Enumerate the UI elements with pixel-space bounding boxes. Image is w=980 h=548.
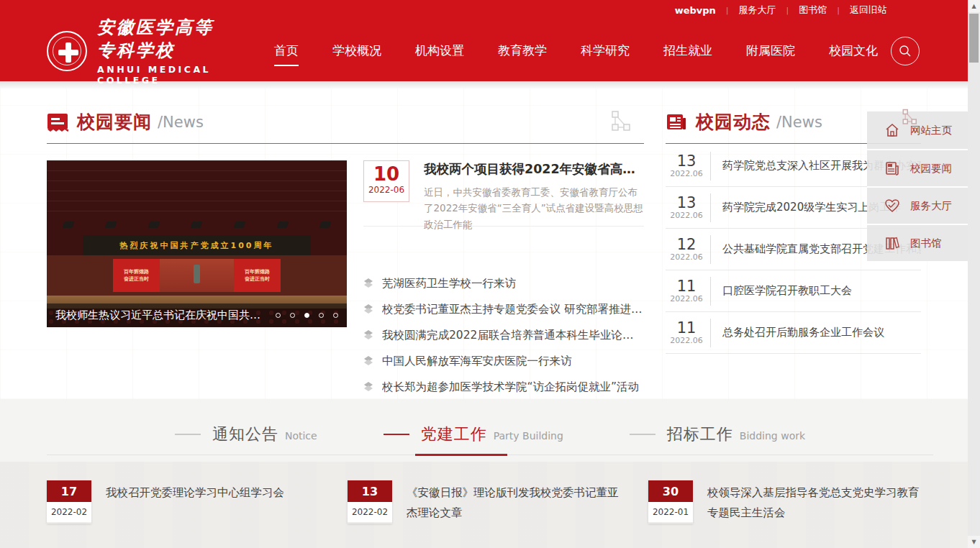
tab-dash [175, 434, 201, 435]
news-list-item[interactable]: 芜湖医药卫生学校一行来访 [363, 270, 644, 296]
topbar-link-webvpn[interactable]: webvpn [665, 5, 726, 16]
layers-bullet-icon [363, 330, 373, 340]
carousel-dot[interactable] [290, 313, 295, 318]
news-icon [884, 160, 900, 176]
newspaper-icon [666, 112, 687, 132]
nav-item-admissions[interactable]: 招生就业 [663, 42, 712, 59]
bottom-news-item[interactable]: 17 2022-02 我校召开党委理论学习中心组学习会 [47, 480, 327, 524]
node-triangle-deco-icon [899, 109, 917, 126]
divider [710, 152, 711, 181]
nav-item-research[interactable]: 科学研究 [581, 42, 630, 59]
photo-slogan-left: 百年辉煌路 奋进正当时 [113, 259, 160, 292]
section-title: 校园要闻 [77, 110, 152, 134]
search-button[interactable] [891, 37, 920, 65]
featured-summary: 近日，中共安徽省委教育工委、安徽省教育厅公布了2022年安徽省“三全育人”试点省… [424, 184, 644, 232]
school-names: 安徽医学高等专科学校 ANHUI MEDICAL COLLEGE [97, 16, 231, 86]
topbar-link-library[interactable]: 图书馆 [789, 4, 837, 17]
dynamics-item[interactable]: 11 2022.06 总务处召开后勤服务企业工作会议 [666, 312, 921, 354]
school-seal-icon [47, 31, 87, 71]
quick-link-home[interactable]: 网站主页 [867, 111, 968, 149]
carousel-dot-active[interactable] [304, 313, 309, 318]
scroll-down-arrow-icon[interactable]: ▼ [968, 536, 980, 548]
dynamics-date: 13 2022.06 [666, 195, 707, 220]
carousel-dots [276, 313, 338, 318]
scrollbar[interactable]: ▲ ▼ [968, 0, 980, 548]
topbar-link-service-hall[interactable]: 服务大厅 [729, 4, 786, 17]
news-list-item[interactable]: 我校圆满完成2022届联合培养普通本科生毕业论文“线上... [363, 322, 644, 348]
divider [710, 193, 711, 222]
bottom-news-item[interactable]: 30 2022-01 校领导深入基层指导各党总支党史学习教育专题民主生活会 [648, 480, 929, 524]
school-name-zh: 安徽医学高等专科学校 [97, 16, 231, 62]
layers-bullet-icon [363, 382, 373, 392]
node-triangle-deco-icon [607, 110, 631, 133]
campus-news-header: 校园要闻 /News [47, 110, 644, 144]
main-content: 校园要闻 /News [0, 88, 980, 399]
date-badge: 13 2022-02 [348, 480, 392, 524]
school-name-en: ANHUI MEDICAL COLLEGE [97, 64, 231, 86]
tab-notice[interactable]: 通知公告 Notice [175, 424, 317, 445]
carousel-dot[interactable] [319, 313, 324, 318]
news-carousel[interactable]: 热烈庆祝中国共产党成立100周年 百年辉煌路 奋进正当时 百年辉煌路 奋进正当时 [47, 160, 347, 327]
nav-item-organization[interactable]: 机构设置 [415, 42, 464, 59]
nav-item-campus-culture[interactable]: 校园文化 [829, 42, 878, 59]
news-list-item[interactable]: 中国人民解放军海军安庆医院一行来访 [363, 348, 644, 374]
nav-item-hospitals[interactable]: 附属医院 [746, 42, 795, 59]
section-subtitle: /News [776, 114, 822, 131]
featured-title[interactable]: 我校两个项目获得2022年安徽省高校“三... [424, 160, 644, 178]
bottom-news-row: 17 2022-02 我校召开党委理论学习中心组学习会 13 2022-02 《… [0, 480, 980, 524]
featured-news[interactable]: 10 2022-06 我校两个项目获得2022年安徽省高校“三... 近日，中共… [363, 160, 644, 227]
featured-date-box: 10 2022-06 [363, 160, 409, 202]
photo-screen: 百年辉煌路 奋进正当时 百年辉煌路 奋进正当时 [113, 259, 281, 292]
school-logo[interactable]: 安徽医学高等专科学校 ANHUI MEDICAL COLLEGE [47, 16, 231, 86]
photo-ceiling [47, 160, 347, 221]
layers-bullet-icon [363, 278, 373, 288]
page: ▲ ▼ webvpn | 服务大厅 | 图书馆 | 返回旧站 安徽医学高等专科学… [0, 0, 980, 548]
dynamics-item[interactable]: 11 2022.06 口腔医学院召开教职工大会 [666, 270, 921, 312]
divider [710, 277, 711, 306]
search-icon [898, 44, 912, 58]
carousel-dot[interactable] [276, 313, 281, 318]
campus-news-section: 校园要闻 /News [47, 110, 644, 399]
dynamics-date: 11 2022.06 [666, 320, 707, 345]
main-nav: 首页 学校概况 机构设置 教育教学 科学研究 招生就业 附属医院 校园文化 [274, 42, 878, 59]
nav-item-education[interactable]: 教育教学 [498, 42, 547, 59]
divider [710, 319, 711, 347]
carousel-caption[interactable]: 我校师生热议习近平总书记在庆祝中国共产党... [55, 309, 268, 322]
layers-bullet-icon [363, 356, 373, 366]
nav-item-overview[interactable]: 学校概况 [332, 42, 381, 59]
divider [710, 235, 711, 264]
dynamics-date: 13 2022.06 [666, 153, 707, 178]
photo-slogan-right: 百年辉煌路 奋进正当时 [234, 259, 281, 292]
heart-service-icon [884, 198, 900, 214]
featured-day: 10 [364, 163, 409, 185]
news-list-item[interactable]: 校党委书记董亚杰主持专题党委会议 研究部署推进乡村振... [363, 296, 644, 322]
photo-speaker-screen [160, 259, 234, 292]
scroll-up-arrow-icon[interactable]: ▲ [968, 0, 980, 12]
layers-bullet-icon [363, 304, 373, 314]
photo-led-banner: 热烈庆祝中国共产党成立100周年 [83, 235, 311, 255]
quick-link-campus-news[interactable]: 校园要闻 [867, 149, 968, 186]
photo-stage-lights [47, 217, 347, 232]
carousel-dot[interactable] [333, 313, 338, 318]
books-icon [884, 235, 900, 251]
topbar-link-old-site[interactable]: 返回旧站 [840, 4, 897, 17]
date-badge: 30 2022-01 [648, 480, 693, 524]
headline-list: 芜湖医药卫生学校一行来访 校党委书记董亚杰主持专题党委会议 研究部署推进乡村振.… [363, 270, 644, 400]
quick-access-panel: 网站主页 校园要闻 服务大厅 图书馆 [867, 111, 968, 261]
news-list-item[interactable]: 校长郑为超参加医学技术学院“访企拓岗促就业”活动 [363, 374, 644, 400]
quick-link-service-hall[interactable]: 服务大厅 [867, 186, 968, 224]
dynamics-date: 12 2022.06 [666, 237, 707, 262]
nav-item-home[interactable]: 首页 [274, 42, 299, 59]
tab-party-building[interactable]: 党建工作 Party Building [384, 424, 563, 445]
news-flag-icon [47, 112, 68, 132]
home-icon [884, 122, 900, 138]
bottom-news-item[interactable]: 13 2022-02 《安徽日报》理论版刊发我校党委书记董亚杰理论文章 [348, 480, 628, 524]
quick-link-library[interactable]: 图书馆 [867, 224, 968, 261]
section-subtitle: /News [158, 114, 204, 131]
dynamics-date: 11 2022.06 [666, 278, 707, 303]
tab-dash [384, 434, 409, 435]
bottom-tabs-section: 通知公告 Notice 党建工作 Party Building 招标工作 Bid… [0, 399, 980, 548]
tab-bidding[interactable]: 招标工作 Bidding work [630, 424, 805, 445]
date-badge: 17 2022-02 [47, 480, 91, 524]
scrollbar-thumb[interactable] [969, 14, 979, 63]
